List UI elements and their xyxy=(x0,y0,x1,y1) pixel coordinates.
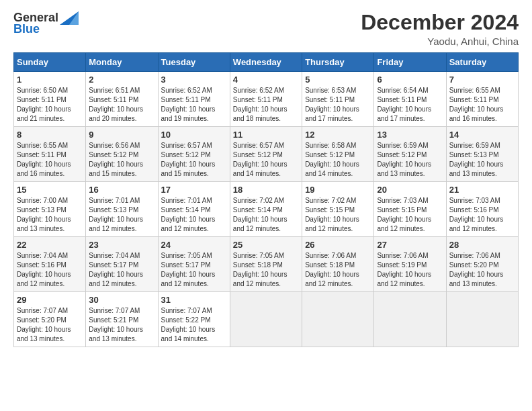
table-row: 24Sunrise: 7:05 AMSunset: 5:17 PMDayligh… xyxy=(158,237,230,292)
day-detail: Sunrise: 7:06 AMSunset: 5:19 PMDaylight:… xyxy=(377,252,431,287)
day-detail: Sunrise: 6:59 AMSunset: 5:12 PMDaylight:… xyxy=(377,142,431,177)
day-number: 31 xyxy=(161,295,227,305)
day-number: 15 xyxy=(17,185,83,195)
col-friday: Friday xyxy=(374,53,446,72)
table-row: 17Sunrise: 7:01 AMSunset: 5:14 PMDayligh… xyxy=(158,182,230,237)
day-number: 29 xyxy=(17,295,83,305)
day-detail: Sunrise: 7:02 AMSunset: 5:14 PMDaylight:… xyxy=(233,197,287,232)
table-row: 27Sunrise: 7:06 AMSunset: 5:19 PMDayligh… xyxy=(374,237,446,292)
day-detail: Sunrise: 7:01 AMSunset: 5:13 PMDaylight:… xyxy=(89,197,143,232)
day-number: 19 xyxy=(305,185,371,195)
col-sunday: Sunday xyxy=(14,53,86,72)
table-row: 28Sunrise: 7:06 AMSunset: 5:20 PMDayligh… xyxy=(446,237,518,292)
table-row: 12Sunrise: 6:58 AMSunset: 5:12 PMDayligh… xyxy=(302,127,374,182)
day-number: 10 xyxy=(161,130,227,140)
table-row: 16Sunrise: 7:01 AMSunset: 5:13 PMDayligh… xyxy=(86,182,158,237)
logo: General Blue xyxy=(13,11,79,36)
table-row: 15Sunrise: 7:00 AMSunset: 5:13 PMDayligh… xyxy=(14,182,86,237)
day-detail: Sunrise: 7:00 AMSunset: 5:13 PMDaylight:… xyxy=(17,197,71,232)
day-detail: Sunrise: 7:04 AMSunset: 5:17 PMDaylight:… xyxy=(89,252,143,287)
day-detail: Sunrise: 6:52 AMSunset: 5:11 PMDaylight:… xyxy=(161,87,216,122)
day-number: 23 xyxy=(89,240,154,250)
table-row xyxy=(302,292,374,347)
day-number: 11 xyxy=(233,130,299,140)
day-number: 28 xyxy=(449,240,515,250)
table-row: 14Sunrise: 6:59 AMSunset: 5:13 PMDayligh… xyxy=(446,127,518,182)
day-detail: Sunrise: 7:03 AMSunset: 5:16 PMDaylight:… xyxy=(449,197,504,232)
day-detail: Sunrise: 6:56 AMSunset: 5:12 PMDaylight:… xyxy=(89,142,143,177)
day-detail: Sunrise: 7:07 AMSunset: 5:20 PMDaylight:… xyxy=(17,307,71,342)
month-title: December 2024 xyxy=(361,11,519,34)
title-block: December 2024 Yaodu, Anhui, China xyxy=(361,11,519,47)
day-detail: Sunrise: 7:03 AMSunset: 5:15 PMDaylight:… xyxy=(377,197,431,232)
day-number: 2 xyxy=(89,75,154,85)
table-row: 30Sunrise: 7:07 AMSunset: 5:21 PMDayligh… xyxy=(86,292,158,347)
table-row: 22Sunrise: 7:04 AMSunset: 5:16 PMDayligh… xyxy=(14,237,86,292)
day-detail: Sunrise: 7:06 AMSunset: 5:20 PMDaylight:… xyxy=(449,252,504,287)
day-detail: Sunrise: 7:02 AMSunset: 5:15 PMDaylight:… xyxy=(305,197,359,232)
logo-icon xyxy=(60,11,79,25)
table-row: 29Sunrise: 7:07 AMSunset: 5:20 PMDayligh… xyxy=(14,292,86,347)
table-row: 31Sunrise: 7:07 AMSunset: 5:22 PMDayligh… xyxy=(158,292,230,347)
table-row: 2Sunrise: 6:51 AMSunset: 5:11 PMDaylight… xyxy=(86,72,158,127)
day-number: 3 xyxy=(161,75,227,85)
main-container: General Blue December 2024 Yaodu, Anhui,… xyxy=(0,0,532,354)
day-number: 16 xyxy=(89,185,154,195)
table-row: 25Sunrise: 7:05 AMSunset: 5:18 PMDayligh… xyxy=(230,237,302,292)
day-number: 24 xyxy=(161,240,227,250)
table-row xyxy=(230,292,302,347)
day-detail: Sunrise: 7:01 AMSunset: 5:14 PMDaylight:… xyxy=(161,197,216,232)
table-row: 21Sunrise: 7:03 AMSunset: 5:16 PMDayligh… xyxy=(446,182,518,237)
table-row: 18Sunrise: 7:02 AMSunset: 5:14 PMDayligh… xyxy=(230,182,302,237)
day-number: 30 xyxy=(89,295,154,305)
day-detail: Sunrise: 6:51 AMSunset: 5:11 PMDaylight:… xyxy=(89,87,143,122)
table-row: 13Sunrise: 6:59 AMSunset: 5:12 PMDayligh… xyxy=(374,127,446,182)
day-detail: Sunrise: 7:06 AMSunset: 5:18 PMDaylight:… xyxy=(305,252,359,287)
calendar-header: Sunday Monday Tuesday Wednesday Thursday… xyxy=(14,53,519,72)
day-detail: Sunrise: 6:59 AMSunset: 5:13 PMDaylight:… xyxy=(449,142,504,177)
day-detail: Sunrise: 6:57 AMSunset: 5:12 PMDaylight:… xyxy=(161,142,216,177)
day-detail: Sunrise: 7:05 AMSunset: 5:17 PMDaylight:… xyxy=(161,252,216,287)
table-row: 5Sunrise: 6:53 AMSunset: 5:11 PMDaylight… xyxy=(302,72,374,127)
calendar-table: Sunday Monday Tuesday Wednesday Thursday… xyxy=(13,52,519,347)
day-number: 20 xyxy=(377,185,443,195)
day-detail: Sunrise: 6:54 AMSunset: 5:11 PMDaylight:… xyxy=(377,87,431,122)
day-detail: Sunrise: 6:58 AMSunset: 5:12 PMDaylight:… xyxy=(305,142,359,177)
day-detail: Sunrise: 6:55 AMSunset: 5:11 PMDaylight:… xyxy=(17,142,71,177)
day-number: 18 xyxy=(233,185,299,195)
table-row: 3Sunrise: 6:52 AMSunset: 5:11 PMDaylight… xyxy=(158,72,230,127)
table-row: 8Sunrise: 6:55 AMSunset: 5:11 PMDaylight… xyxy=(14,127,86,182)
col-wednesday: Wednesday xyxy=(230,53,302,72)
day-number: 17 xyxy=(161,185,227,195)
table-row: 11Sunrise: 6:57 AMSunset: 5:12 PMDayligh… xyxy=(230,127,302,182)
day-number: 13 xyxy=(377,130,443,140)
day-detail: Sunrise: 7:07 AMSunset: 5:22 PMDaylight:… xyxy=(161,307,216,342)
table-row: 10Sunrise: 6:57 AMSunset: 5:12 PMDayligh… xyxy=(158,127,230,182)
day-number: 1 xyxy=(17,75,83,85)
col-tuesday: Tuesday xyxy=(158,53,230,72)
col-monday: Monday xyxy=(86,53,158,72)
day-detail: Sunrise: 6:57 AMSunset: 5:12 PMDaylight:… xyxy=(233,142,287,177)
day-number: 9 xyxy=(89,130,154,140)
location: Yaodu, Anhui, China xyxy=(361,36,519,47)
table-row: 1Sunrise: 6:50 AMSunset: 5:11 PMDaylight… xyxy=(14,72,86,127)
day-number: 5 xyxy=(305,75,371,85)
day-number: 22 xyxy=(17,240,83,250)
table-row xyxy=(446,292,518,347)
day-number: 21 xyxy=(449,185,515,195)
day-detail: Sunrise: 6:52 AMSunset: 5:11 PMDaylight:… xyxy=(233,87,287,122)
day-number: 27 xyxy=(377,240,443,250)
header: General Blue December 2024 Yaodu, Anhui,… xyxy=(13,11,519,47)
day-number: 7 xyxy=(449,75,515,85)
day-detail: Sunrise: 7:07 AMSunset: 5:21 PMDaylight:… xyxy=(89,307,143,342)
day-detail: Sunrise: 6:55 AMSunset: 5:11 PMDaylight:… xyxy=(449,87,504,122)
table-row: 26Sunrise: 7:06 AMSunset: 5:18 PMDayligh… xyxy=(302,237,374,292)
table-row: 19Sunrise: 7:02 AMSunset: 5:15 PMDayligh… xyxy=(302,182,374,237)
day-number: 8 xyxy=(17,130,83,140)
col-thursday: Thursday xyxy=(302,53,374,72)
day-number: 6 xyxy=(377,75,443,85)
day-number: 25 xyxy=(233,240,299,250)
day-number: 14 xyxy=(449,130,515,140)
col-saturday: Saturday xyxy=(446,53,518,72)
calendar-body: 1Sunrise: 6:50 AMSunset: 5:11 PMDaylight… xyxy=(14,72,519,347)
